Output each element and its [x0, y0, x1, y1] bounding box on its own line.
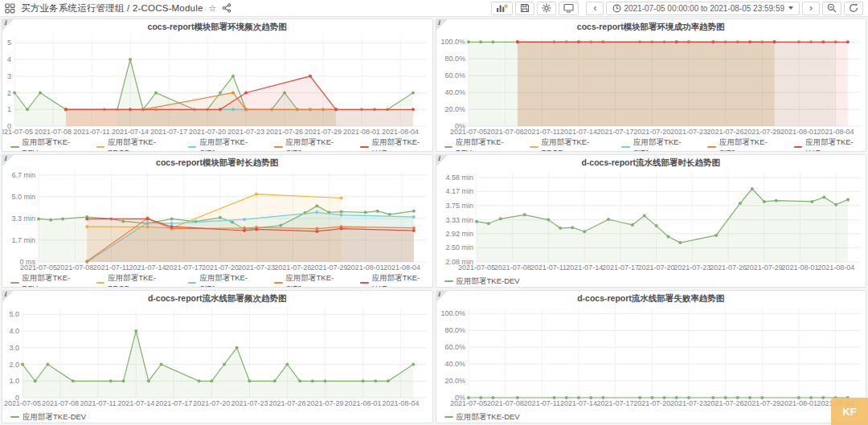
svg-text:2021-07-11: 2021-07-11	[530, 264, 566, 272]
panel-legend: 应用部署TKE-DEV应用部署TKE-PROD应用部署TKE-SIT1应用部署T…	[436, 140, 866, 152]
panel-title[interactable]: d-cocs-report流水线部署失败率趋势图	[436, 291, 866, 304]
svg-text:4.0: 4.0	[9, 327, 19, 335]
apps-grid-icon[interactable]	[5, 3, 15, 14]
cycle-view-mode-button[interactable]	[559, 2, 579, 15]
save-dashboard-button[interactable]	[515, 2, 534, 15]
legend-item[interactable]: 应用部署TKE-DEV	[10, 412, 86, 423]
star-icon[interactable]: ☆	[208, 4, 216, 13]
panel-info-corner[interactable]: i	[436, 291, 448, 302]
chart-area[interactable]: 2021-07-052021-07-082021-07-112021-07-14…	[436, 168, 866, 276]
svg-text:2021-07-11: 2021-07-11	[523, 399, 559, 407]
panel-info-corner[interactable]: i	[436, 155, 448, 166]
tv-icon	[563, 3, 574, 13]
svg-text:2021-08-01: 2021-08-01	[343, 128, 380, 136]
svg-text:2021-07-29: 2021-07-29	[745, 264, 782, 272]
panel-title[interactable]: cocs-report模块部署环境成功率趋势图	[436, 19, 866, 32]
chart-area[interactable]: 2021-07-052021-07-082021-07-112021-07-14…	[436, 304, 866, 411]
svg-text:0%: 0%	[454, 394, 465, 402]
svg-text:1.7 min: 1.7 min	[11, 236, 35, 244]
panel-title[interactable]: cocs-report模块部署环境频次趋势图	[2, 19, 432, 32]
breadcrumb[interactable]: 买方业务系统运行管理组 / 2-COCS-Module	[21, 2, 203, 14]
chevron-right-icon: ›	[809, 3, 813, 13]
chart-area[interactable]: 2021-07-052021-07-082021-07-112021-07-14…	[2, 304, 432, 411]
time-range-picker[interactable]: 2021-07-05 00:00:00 to 2021-08-05 23:59:…	[606, 2, 800, 15]
svg-text:2021-07-26: 2021-07-26	[266, 128, 303, 136]
legend-color-dash	[274, 282, 283, 284]
svg-text:2021-07-23: 2021-07-23	[669, 128, 706, 136]
legend-item[interactable]: 应用部署TKE-DEV	[444, 412, 520, 423]
panel-info-corner[interactable]: i	[2, 291, 14, 302]
svg-text:2021-07-11: 2021-07-11	[93, 264, 129, 272]
panel-legend: 应用部署TKE-DEV	[436, 276, 866, 287]
svg-text:2021-08-04: 2021-08-04	[817, 128, 854, 136]
add-panel-icon	[496, 3, 508, 13]
svg-text:100.0%: 100.0%	[440, 38, 465, 46]
svg-text:2021-07-20: 2021-07-20	[193, 399, 230, 407]
svg-text:2021-07-23: 2021-07-23	[238, 264, 275, 272]
legend-label: 应用部署TKE-DEV	[457, 276, 520, 287]
svg-text:2021-08-04: 2021-08-04	[382, 128, 419, 136]
legend-color-dash	[188, 282, 197, 284]
chart-panel: i cocs-report模块部署环境成功率趋势图 2021-07-052021…	[436, 18, 867, 152]
kf-floating-badge[interactable]: KF	[831, 398, 868, 425]
chart-area[interactable]: 2021-07-052021-07-082021-07-112021-07-14…	[2, 168, 432, 276]
svg-text:0: 0	[7, 122, 11, 130]
legend-color-dash	[96, 282, 105, 284]
svg-text:2021-07-08: 2021-07-08	[56, 264, 93, 272]
svg-text:2021-08-04: 2021-08-04	[383, 399, 420, 407]
legend-color-dash	[621, 146, 630, 148]
refresh-button[interactable]	[844, 2, 863, 15]
refresh-icon	[849, 3, 858, 13]
panel-title[interactable]: d-cocs-report流水线部署时长趋势图	[436, 155, 866, 168]
zoom-out-icon	[827, 3, 837, 13]
svg-text:1: 1	[7, 105, 11, 113]
legend-color-dash	[794, 146, 803, 148]
chart-area[interactable]: 2021-07-052021-07-082021-07-112021-07-14…	[2, 32, 432, 140]
info-icon: i	[4, 18, 6, 27]
svg-text:80.0%: 80.0%	[444, 326, 465, 334]
svg-text:2021-07-23: 2021-07-23	[231, 399, 268, 407]
time-range-back-button[interactable]: ‹	[586, 2, 604, 15]
svg-text:2021-07-14: 2021-07-14	[566, 264, 603, 272]
svg-text:2021-07-08: 2021-07-08	[42, 399, 79, 407]
svg-text:2021-07-11: 2021-07-11	[80, 399, 116, 407]
panel-info-corner[interactable]: i	[2, 19, 14, 31]
svg-text:2021-07-29: 2021-07-29	[306, 399, 343, 407]
svg-text:100.0%: 100.0%	[440, 309, 465, 317]
panel-title[interactable]: cocs-report模块部署时长趋势图	[2, 155, 432, 168]
svg-text:2021-08-01: 2021-08-01	[345, 399, 382, 407]
svg-text:5.0 min: 5.0 min	[11, 193, 35, 201]
share-icon[interactable]	[222, 3, 231, 13]
svg-text:2.0: 2.0	[9, 361, 19, 369]
svg-text:2021-07-20: 2021-07-20	[202, 264, 239, 272]
svg-text:2021-07-23: 2021-07-23	[674, 264, 710, 272]
chart-area[interactable]: 2021-07-052021-07-082021-07-112021-07-14…	[436, 32, 866, 140]
clock-icon	[612, 4, 621, 13]
svg-text:2021-07-08: 2021-07-08	[35, 128, 72, 136]
svg-text:2021-07-20: 2021-07-20	[637, 264, 674, 272]
add-panel-button[interactable]	[491, 2, 513, 15]
svg-text:20.0%: 20.0%	[444, 377, 465, 385]
legend-color-dash	[444, 280, 453, 282]
legend-item[interactable]: 应用部署TKE-DEV	[444, 276, 520, 287]
svg-text:2021-07-08: 2021-07-08	[486, 128, 523, 136]
chart-panel: i cocs-report模块部署时长趋势图 2021-07-052021-07…	[2, 154, 433, 288]
svg-text:2.08 min: 2.08 min	[445, 258, 473, 266]
panel-legend: 应用部署TKE-DEV应用部署TKE-PROD应用部署TKE-SIT1应用部署T…	[2, 140, 432, 152]
save-icon	[520, 3, 530, 13]
panel-info-corner[interactable]: i	[2, 155, 14, 166]
svg-text:2021-07-29: 2021-07-29	[743, 128, 780, 136]
svg-text:2.92 min: 2.92 min	[445, 230, 473, 238]
svg-text:2021-07-26: 2021-07-26	[274, 264, 311, 272]
chevron-down-icon	[788, 6, 793, 10]
svg-text:4.17 min: 4.17 min	[445, 187, 473, 195]
legend-label: 应用部署TKE-DEV	[457, 412, 520, 423]
svg-text:2.50 min: 2.50 min	[445, 243, 473, 251]
panel-info-corner[interactable]: i	[436, 19, 448, 31]
panel-title[interactable]: d-cocs-report流水线部署频次趋势图	[2, 291, 432, 304]
dashboard-settings-button[interactable]	[537, 2, 556, 15]
zoom-out-time-button[interactable]	[822, 2, 841, 15]
chart-panel: i d-cocs-report流水线部署频次趋势图 2021-07-052021…	[2, 290, 433, 423]
time-range-forward-button[interactable]: ›	[802, 2, 820, 15]
svg-text:4.58 min: 4.58 min	[445, 174, 473, 182]
